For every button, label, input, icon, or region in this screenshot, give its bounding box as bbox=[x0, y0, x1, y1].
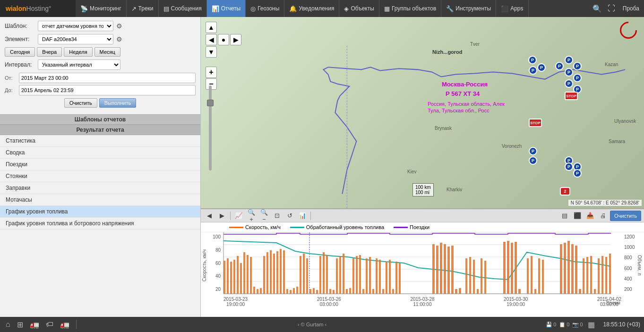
map-vertical-slider[interactable] bbox=[206, 85, 215, 170]
nav-object-groups[interactable]: ▦ Группы объектов bbox=[379, 0, 441, 17]
layout-button[interactable]: ▦ bbox=[586, 319, 597, 330]
yesterday-button[interactable]: Вчера bbox=[37, 47, 62, 57]
slider-track[interactable] bbox=[209, 85, 212, 170]
svg-rect-40 bbox=[326, 255, 328, 294]
template-select[interactable]: отчет датчиком уровня то bbox=[38, 21, 113, 31]
pan-center-button[interactable]: ● bbox=[218, 34, 229, 45]
chart-line-button[interactable]: 📈 bbox=[233, 211, 244, 221]
fullscreen-button[interactable]: ⛶ bbox=[605, 0, 618, 17]
marker-stop-1[interactable]: STOP bbox=[565, 92, 578, 100]
marker-parking-16[interactable]: P bbox=[573, 169, 582, 178]
marker-parking-7[interactable]: P bbox=[565, 68, 573, 77]
element-select[interactable]: DAF a200ев34 bbox=[38, 34, 113, 44]
map-area[interactable]: Tver Nizh...gorod Kazan Ufa Chelyabinsk … bbox=[201, 17, 644, 209]
marker-parking-14[interactable]: P bbox=[565, 162, 573, 171]
svg-rect-10 bbox=[227, 258, 229, 294]
x-tick-2: 2015-03-2603:00:00 bbox=[317, 297, 341, 307]
report-item-stops[interactable]: Стоянки bbox=[0, 170, 200, 182]
svg-rect-59 bbox=[389, 260, 391, 294]
nav-reports[interactable]: 📊 Отчеты bbox=[207, 0, 246, 17]
svg-rect-82 bbox=[527, 258, 529, 294]
pan-left-button[interactable]: ◀ bbox=[206, 34, 217, 45]
svg-rect-99 bbox=[605, 257, 607, 294]
svg-rect-74 bbox=[477, 289, 479, 294]
marker-num-2[interactable]: 2 bbox=[560, 187, 570, 196]
template-settings-button[interactable]: ⚙ bbox=[115, 22, 123, 30]
pan-down-button[interactable]: ▼ bbox=[206, 46, 217, 58]
marker-parking-11[interactable]: P bbox=[529, 147, 537, 155]
report-item-refuels[interactable]: Заправки bbox=[0, 182, 200, 194]
svg-rect-86 bbox=[542, 260, 544, 294]
nav-geozones[interactable]: ◎ Геозоны bbox=[246, 0, 284, 17]
marker-parking-12[interactable]: P bbox=[529, 156, 537, 165]
print-button[interactable]: 🖨 bbox=[597, 211, 609, 221]
svg-rect-71 bbox=[465, 258, 467, 294]
marker-parking-2[interactable]: P bbox=[529, 66, 537, 75]
month-button[interactable]: Месяц bbox=[94, 47, 120, 57]
grid-button[interactable]: ⊞ bbox=[15, 319, 25, 330]
element-settings-button[interactable]: ⚙ bbox=[115, 35, 123, 43]
nav-notifications[interactable]: 🔔 Уведомления bbox=[284, 0, 339, 17]
nav-monitoring[interactable]: 📡 Мониторинг bbox=[76, 0, 127, 17]
export-button[interactable]: 📥 bbox=[584, 211, 596, 221]
marker-parking-3[interactable]: P bbox=[537, 63, 546, 72]
svg-rect-34 bbox=[306, 258, 308, 294]
pan-right-button[interactable]: ▶ bbox=[230, 34, 241, 45]
execute-button[interactable]: Выполнить bbox=[99, 98, 136, 108]
template-label: Шаблон: bbox=[5, 23, 38, 29]
slider-thumb[interactable] bbox=[207, 100, 214, 106]
today-button[interactable]: Сегодня bbox=[5, 47, 35, 57]
nav-objects[interactable]: ◈ Объекты bbox=[339, 0, 379, 17]
marker-parking-9[interactable]: P bbox=[565, 79, 573, 88]
map-label-samara: Samara bbox=[609, 139, 625, 144]
report-item-trips[interactable]: Поездки bbox=[0, 159, 200, 170]
marker-parking-6[interactable]: P bbox=[573, 62, 582, 70]
clear-button[interactable]: Очистить bbox=[64, 98, 97, 108]
report-item-motohours[interactable]: Мотачасы bbox=[0, 194, 200, 206]
bottom-separator-1 bbox=[76, 320, 77, 329]
tag-button[interactable]: 🏷 bbox=[44, 319, 55, 330]
svg-rect-30 bbox=[293, 288, 295, 294]
clear-chart-button[interactable]: Очистить bbox=[610, 211, 641, 221]
zoom-in-button[interactable]: + bbox=[206, 67, 217, 78]
marker-parking-1[interactable]: P bbox=[528, 56, 537, 64]
pan-up-button[interactable]: ▲ bbox=[206, 22, 217, 33]
svg-rect-92 bbox=[579, 289, 581, 294]
zoom-out-chart-button[interactable]: 🔍− bbox=[258, 211, 270, 221]
next-button[interactable]: ▶ bbox=[216, 211, 228, 221]
report-item-summary[interactable]: Сводка bbox=[0, 147, 200, 159]
y-axis-right-label: Объем, л bbox=[637, 239, 642, 291]
week-button[interactable]: Неделя bbox=[64, 47, 92, 57]
report-item-fuel-chart[interactable]: График уровня топлива bbox=[0, 206, 200, 218]
object-groups-icon: ▦ bbox=[384, 5, 390, 12]
report-item-statistics[interactable]: Статистика bbox=[0, 135, 200, 147]
nav-messages[interactable]: ▤ Сообщения bbox=[159, 0, 207, 17]
zoom-fit-button[interactable]: ⊡ bbox=[271, 211, 283, 221]
marker-parking-8[interactable]: P bbox=[573, 74, 582, 82]
svg-rect-67 bbox=[447, 247, 450, 294]
nav-apps[interactable]: ⬛ Apps bbox=[496, 0, 528, 17]
from-input[interactable] bbox=[19, 73, 196, 83]
refresh-button[interactable]: ↺ bbox=[284, 211, 295, 221]
table-button[interactable]: ▤ bbox=[559, 211, 570, 221]
chart-type-button[interactable]: 📊 bbox=[297, 211, 308, 221]
prev-button[interactable]: ◀ bbox=[204, 211, 215, 221]
nav-tools[interactable]: 🔧 Инструменты bbox=[441, 0, 496, 17]
svg-rect-53 bbox=[369, 257, 371, 294]
chart-container: 100 80 60 40 20 Скорость, км/ч 1200 1000… bbox=[201, 232, 644, 306]
car-button[interactable]: 🚛 bbox=[28, 319, 41, 330]
to-input[interactable] bbox=[19, 85, 196, 95]
report-item-fuel-voltage-chart[interactable]: График уровня топлива и ботрового напряж… bbox=[0, 218, 200, 230]
nav-tracks[interactable]: ↗ Треки bbox=[127, 0, 159, 17]
marker-parking-5[interactable]: P bbox=[565, 56, 573, 64]
truck-button[interactable]: 🚛 bbox=[58, 319, 71, 330]
home-button[interactable]: ⌂ bbox=[4, 319, 12, 330]
marker-stop-2[interactable]: STOP bbox=[529, 119, 542, 127]
columns-button[interactable]: ⬛ bbox=[572, 211, 583, 221]
marker-parking-4[interactable]: P bbox=[555, 62, 564, 70]
svg-rect-85 bbox=[538, 258, 540, 294]
zoom-in-chart-button[interactable]: 🔍+ bbox=[246, 211, 257, 221]
map-label-tula1: Россия, Тульская область, Алек bbox=[428, 101, 505, 107]
search-button[interactable]: 🔍 bbox=[590, 0, 605, 17]
interval-select[interactable]: Указанный интервал bbox=[38, 60, 120, 70]
